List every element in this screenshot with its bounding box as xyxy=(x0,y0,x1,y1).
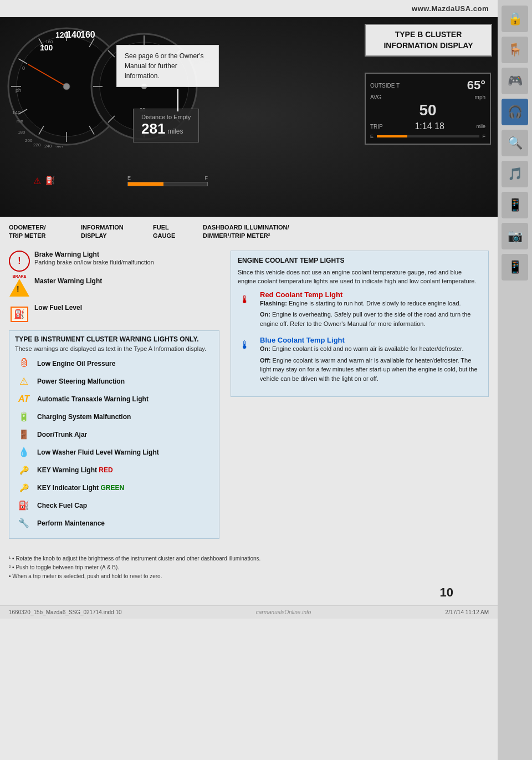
cluster-item-fuel-cap: ⛽ Check Fuel Cap xyxy=(15,498,213,513)
red-on-desc: Engine is overheating. Safely pull over … xyxy=(260,311,470,327)
website-url: www.MazdaUSA.com xyxy=(412,4,489,13)
svg-text:220: 220 xyxy=(33,142,41,147)
dashboard-area: 0 ph 100 140 m/h 160 180 120 200 220 140… xyxy=(0,17,498,217)
type-b-subtitle: These warnings are displayed as text in … xyxy=(15,345,213,352)
washer-icon: 💧 xyxy=(15,445,33,460)
svg-text:140: 140 xyxy=(66,30,81,39)
type-b-display-screen: OUTSIDE T 65° AVG mph 50 TRIP 1:14 18 mi… xyxy=(365,73,491,145)
svg-text:240: 240 xyxy=(44,144,52,147)
charging-label: Charging System Malfunction xyxy=(37,413,131,421)
red-coolant-text: Red Coolant Temp Light Flashing: Engine … xyxy=(260,290,482,331)
footer: 1660320_15b_Mazda6_SSG_021714.indd 10 ca… xyxy=(0,605,498,619)
red-coolant-title: Red Coolant Temp Light xyxy=(260,290,482,299)
right-sidebar: 🔒 🪑 🎮 🎧 🔍 🎵 📱 📷 📱 xyxy=(498,0,532,760)
connector-vertical xyxy=(177,89,178,111)
maintenance-icon: 🔧 xyxy=(15,516,33,531)
f-label-display: F xyxy=(483,134,486,139)
fuel-cap-label: Check Fuel Cap xyxy=(37,502,87,509)
steering-icon: ⚠ xyxy=(15,374,33,389)
dashboard-warning-icons: ⚠ ⛽ xyxy=(33,176,55,186)
red-flashing-label: Flashing: xyxy=(260,300,287,307)
sidebar-icon-7[interactable]: 📱 xyxy=(502,192,528,218)
maintenance-label: Perform Maintenance xyxy=(37,519,105,527)
footer-file: 1660320_15b_Mazda6_SSG_021714.indd 10 xyxy=(9,609,122,615)
fuel-cap-icon: ⛽ xyxy=(15,498,33,513)
avg-label: AVG xyxy=(370,94,381,100)
svg-text:180: 180 xyxy=(18,130,25,135)
svg-text:0: 0 xyxy=(22,65,25,71)
right-column: ENGINE COOLANT TEMP LIGHTS Since this ve… xyxy=(231,251,489,544)
info-display-label: INFORMATIONDISPLAY xyxy=(81,224,124,239)
sidebar-icon-1[interactable]: 🔒 xyxy=(502,6,528,32)
red-flashing-text: Flashing: Engine is starting to run hot.… xyxy=(260,299,482,308)
labels-row: ODOMETER/TRIP METER INFORMATIONDISPLAY F… xyxy=(0,217,498,245)
key-green-text: GREEN xyxy=(100,484,124,492)
sidebar-icon-5[interactable]: 🔍 xyxy=(502,130,528,156)
cluster-item-door: 🚪 Door/Trunk Ajar xyxy=(15,427,213,442)
fuel-gauge-bar-area: EF xyxy=(127,175,208,186)
brake-warning-item: ! Brake Warning Light Parking brake on/l… xyxy=(9,251,219,272)
sidebar-icon-8[interactable]: 📷 xyxy=(502,223,528,249)
blue-on-text: On: Engine coolant is cold and no warm a… xyxy=(260,344,482,354)
master-icon xyxy=(9,277,30,298)
fuel-level-icon: ⛽ xyxy=(11,307,28,322)
svg-text:200: 200 xyxy=(25,138,33,143)
dashboard-illum-label: DASHBOARD ILLUMINATION/DIMMER¹/TRIP METE… xyxy=(203,224,289,239)
outside-temp-value: 65° xyxy=(467,78,485,93)
cluster-item-maintenance: 🔧 Perform Maintenance xyxy=(15,516,213,531)
sidebar-icon-2[interactable]: 🪑 xyxy=(502,37,528,63)
brake-desc: Parking brake on/low brake fluid/malfunc… xyxy=(34,258,219,267)
cluster-item-key-red: 🔑 KEY Warning Light RED xyxy=(15,463,213,477)
coolant-intro: Since this vehicle does not use an engin… xyxy=(238,268,482,286)
callout-text: See page 6 or the Owner's Manual for fur… xyxy=(125,52,203,80)
label-fuel-gauge: FUELGAUGE xyxy=(153,223,203,241)
header: www.MazdaUSA.com xyxy=(0,0,498,17)
sidebar-icon-4[interactable]: 🎧 xyxy=(502,99,528,125)
main-content: ! Brake Warning Light Parking brake on/l… xyxy=(0,245,498,550)
charging-icon: 🔋 xyxy=(15,410,33,424)
brake-warning-icon: ! xyxy=(9,251,30,272)
blue-coolant-text: Blue Coolant Temp Light On: Engine coola… xyxy=(260,336,482,385)
key-red-icon: 🔑 xyxy=(15,463,33,477)
left-column: ! Brake Warning Light Parking brake on/l… xyxy=(9,251,219,544)
cluster-item-at: AT Automatic Transaxle Warning Light xyxy=(15,392,213,406)
blue-off-text: Off: Engine coolant is warm and warm air… xyxy=(260,356,482,384)
door-label: Door/Trunk Ajar xyxy=(37,431,87,438)
fuel-fill xyxy=(128,182,163,186)
type-b-title: TYPE B CLUSTER INFORMATION DISPLAY xyxy=(372,29,484,51)
distance-value: 281 xyxy=(141,120,165,137)
key-red-label: KEY Warning Light RED xyxy=(37,466,113,474)
cluster-item-washer: 💧 Low Washer Fluid Level Warning Light xyxy=(15,445,213,460)
svg-text:🌡: 🌡 xyxy=(239,339,250,351)
at-label: Automatic Transaxle Warning Light xyxy=(37,395,149,403)
svg-text:140: 140 xyxy=(12,110,21,115)
blue-on-desc: Engine coolant is cold and no warm air i… xyxy=(272,345,463,352)
blue-on-label: On: xyxy=(260,345,270,352)
svg-text:m/h: m/h xyxy=(17,119,23,123)
distance-display: Distance to Empty 281 miles xyxy=(133,109,199,142)
svg-text:260: 260 xyxy=(55,145,63,147)
outside-temp-label: OUTSIDE T xyxy=(370,83,400,89)
dashboard-bg: 0 ph 100 140 m/h 160 180 120 200 220 140… xyxy=(0,17,498,217)
coolant-title: ENGINE COOLANT TEMP LIGHTS xyxy=(238,257,482,264)
blue-off-desc: Engine coolant is warm and warm air is a… xyxy=(260,357,478,382)
distance-unit: miles xyxy=(167,127,183,135)
red-on-text: On: Engine is overheating. Safely pull o… xyxy=(260,310,482,328)
sidebar-icon-3[interactable]: 🎮 xyxy=(502,68,528,94)
type-b-label-box: TYPE B CLUSTER INFORMATION DISPLAY xyxy=(365,24,492,57)
page-number-row: 10 xyxy=(0,585,498,605)
red-flashing-desc: Engine is starting to run hot. Drive slo… xyxy=(289,300,461,307)
sidebar-icon-9[interactable]: 📱 xyxy=(502,254,528,280)
blue-coolant-icon: 🌡 xyxy=(238,336,255,354)
callout-box: See page 6 or the Owner's Manual for fur… xyxy=(116,45,219,87)
page-number: 10 xyxy=(440,585,453,600)
at-icon: AT xyxy=(15,392,33,406)
sidebar-icon-6[interactable]: 🎵 xyxy=(502,161,528,187)
brake-icon: ! xyxy=(9,251,30,272)
fuel-title: Low Fuel Level xyxy=(34,304,219,312)
key-green-icon: 🔑 xyxy=(15,481,33,495)
blue-coolant-svg: 🌡 xyxy=(238,336,255,353)
footnote-3: • When a trip meter is selected, push an… xyxy=(9,572,489,581)
type-b-section: TYPE B INSTRUMENT CLUSTER WARNING LIGHTS… xyxy=(9,330,219,539)
footnotes: ¹ • Rotate the knob to adjust the bright… xyxy=(0,550,498,585)
